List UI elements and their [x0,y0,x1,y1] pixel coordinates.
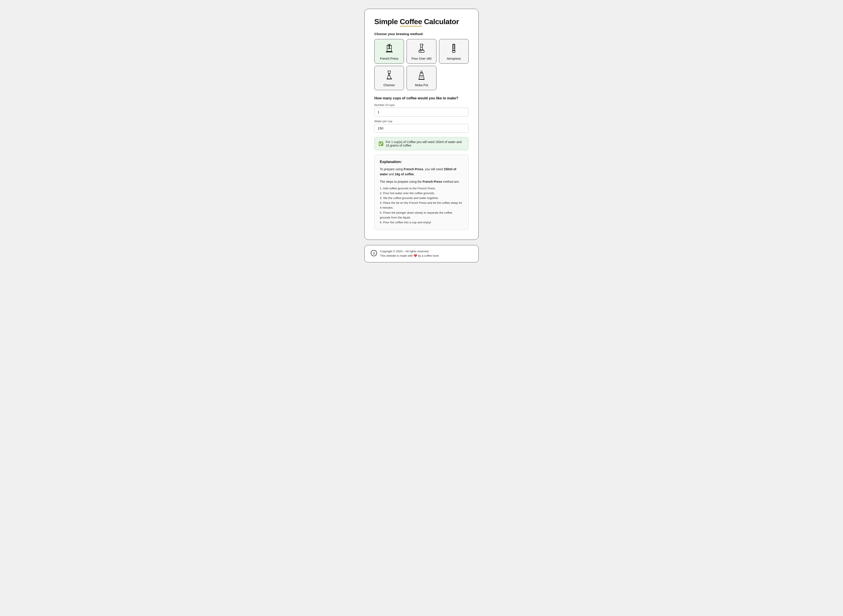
svg-rect-19 [420,73,423,76]
svg-rect-4 [387,48,391,49]
footer-card: ℹ Copyright © 2024 – All rights reserved… [365,245,478,263]
number-of-cups-label: Number of cups [374,103,469,107]
svg-rect-7 [386,52,393,52]
result-text: For 1 cup(s) of Coffee you will need 150… [386,140,465,147]
list-item: 1. Add coffee grounds to the French Pres… [380,186,463,191]
aeropress-label: Aeropress [447,57,461,60]
water-per-cup-label: Water per cup [374,120,469,123]
svg-rect-10 [420,51,422,51]
pour-over-label: Pour Over v60 [412,57,432,60]
aeropress-icon [449,44,458,54]
footer-text: Copyright © 2024 – All rights reserved T… [380,249,439,258]
result-check-icon: ✅ [378,141,384,146]
brewing-methods-row2: Chemex Moka Pot [374,66,469,90]
svg-rect-12 [453,44,455,49]
chemex-icon [385,70,394,81]
heart-icon: ❤️ [413,254,417,257]
svg-rect-15 [453,53,454,53]
explanation-title: Explanation: [380,160,463,164]
explanation-method-bold: French Press [404,167,423,171]
svg-rect-1 [389,44,390,45]
svg-rect-14 [452,51,455,53]
explanation-card: Explanation: To prepare using French Pre… [374,155,469,230]
svg-rect-20 [418,79,425,80]
brewing-methods-row1: French Press Pour Over v60 [374,39,469,64]
page-title: Simple Coffee Calculator [374,18,469,26]
list-item: 6. Pour the coffee into a cup and enjoy! [380,220,463,225]
chemex-label: Chemex [383,84,395,87]
footer-icon: ℹ [371,250,377,257]
list-item: 5. Press the plunger down slowly to sepa… [380,210,463,220]
svg-text:ℹ: ℹ [374,252,375,255]
svg-rect-6 [386,51,392,52]
list-item: 4. Place the lid on the French Press and… [380,201,463,210]
brew-chemex[interactable]: Chemex [374,66,404,90]
svg-rect-0 [388,44,391,44]
moka-pot-icon [417,70,426,81]
brew-french-press[interactable]: French Press [374,39,404,64]
cups-question: How many cups of coffee would you like t… [374,96,469,100]
steps-list: 1. Add coffee grounds to the French Pres… [380,186,463,225]
water-per-cup-input[interactable] [374,124,469,133]
french-press-icon [385,44,394,54]
explanation-coffee-bold: 16g of coffee [395,172,414,176]
list-item: 2. Pour hot water over the coffee ground… [380,191,463,196]
pour-over-icon [417,44,426,54]
brew-moka-pot[interactable]: Moka Pot [406,66,436,90]
explanation-steps-label: The steps to prepare using the French Pr… [380,179,463,184]
brewing-method-label: Choose your brewing method: [374,32,469,36]
footer-line1: Copyright © 2024 – All rights reserved [380,249,439,254]
explanation-steps-method-bold: French Press [422,180,442,183]
french-press-label: French Press [380,57,399,60]
cups-section: How many cups of coffee would you like t… [374,96,469,133]
svg-rect-5 [389,45,390,48]
brew-aeropress[interactable]: Aeropress [439,39,469,64]
list-item: 3. Stir the coffee grounds and water tog… [380,196,463,201]
svg-rect-17 [387,79,392,79]
main-card: Simple Coffee Calculator Choose your bre… [365,9,478,240]
explanation-intro: To prepare using French Press, you will … [380,167,463,177]
brew-pour-over[interactable]: Pour Over v60 [406,39,436,64]
moka-pot-label: Moka Pot [415,84,428,87]
footer-line2: This website is made with ❤️ by a coffee… [380,254,439,258]
number-of-cups-input[interactable] [374,108,469,116]
result-banner: ✅ For 1 cup(s) of Coffee you will need 1… [374,137,469,150]
